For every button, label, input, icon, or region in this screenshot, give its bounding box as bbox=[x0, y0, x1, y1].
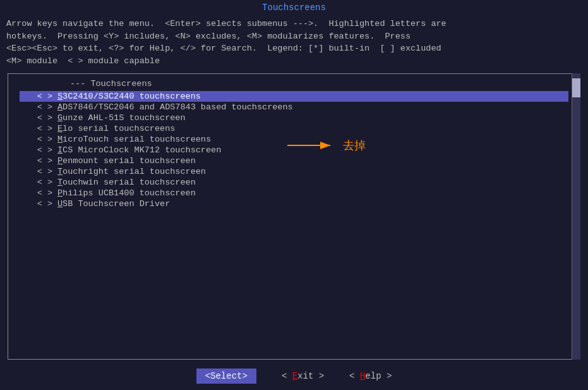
hotkey-letter: P bbox=[57, 156, 63, 166]
hotkey-letter: A bbox=[57, 102, 63, 112]
item-label: ICS MicroClock MK712 touchscreen bbox=[57, 145, 568, 155]
menu-item[interactable]: < > Elo serial touchscreens bbox=[20, 123, 568, 134]
menu-item[interactable]: < > Gunze AHL-51S touchscreen bbox=[20, 113, 568, 123]
scrollbar-thumb[interactable] bbox=[572, 78, 580, 97]
item-label: Touchwin serial touchscreen bbox=[57, 178, 568, 187]
hotkey-letter: M bbox=[57, 135, 63, 144]
bottom-bar: <Select> < Exit > < Help > bbox=[0, 363, 588, 390]
item-indicator: < > bbox=[20, 124, 57, 133]
menu-item[interactable]: < > Penmount serial touchscreen bbox=[20, 155, 568, 166]
menu-item[interactable]: < > Philips UCB1400 touchscreen bbox=[20, 188, 568, 198]
menu-item[interactable]: < > ICS MicroClock MK712 touchscreen bbox=[20, 145, 568, 155]
item-label: MicroTouch serial touchscreens bbox=[57, 135, 568, 144]
select-button[interactable]: <Select> bbox=[196, 369, 256, 384]
hotkey-letter: P bbox=[57, 188, 63, 198]
menu-item[interactable]: < > S3C2410/S3C2440 touchscreens bbox=[20, 91, 568, 102]
menu-item[interactable]: < > Touchright serial touchscreen bbox=[20, 166, 568, 177]
menu-item[interactable]: < > ADS7846/TSC2046 and ADS7843 based to… bbox=[20, 102, 568, 113]
item-label: S3C2410/S3C2440 touchscreens bbox=[57, 92, 568, 101]
hotkey-letter: G bbox=[57, 113, 63, 123]
item-indicator: < > bbox=[20, 102, 57, 112]
menu-item[interactable]: < > Touchwin serial touchscreen bbox=[20, 177, 568, 188]
help-button[interactable]: < Help > bbox=[349, 371, 392, 381]
window-title: Touchscreens bbox=[262, 3, 326, 13]
item-indicator: < > bbox=[20, 92, 57, 101]
info-area: Arrow keys navigate the menu. <Enter> se… bbox=[0, 14, 588, 70]
item-label: Gunze AHL-51S touchscreen bbox=[57, 113, 568, 123]
item-label: Touchright serial touchscreen bbox=[57, 167, 568, 176]
item-indicator: < > bbox=[20, 188, 57, 198]
hotkey-letter: T bbox=[57, 178, 63, 187]
item-indicator: < > bbox=[20, 113, 57, 123]
scrollbar[interactable] bbox=[572, 73, 580, 360]
menu-title: --- Touchscreens bbox=[20, 74, 568, 91]
item-indicator: < > bbox=[20, 167, 57, 176]
menu-item[interactable]: < > MicroTouch serial touchscreens bbox=[20, 134, 568, 145]
hotkey-letter: S bbox=[57, 92, 63, 101]
hotkey-letter: I bbox=[57, 145, 63, 155]
item-indicator: < > bbox=[20, 135, 57, 144]
exit-button[interactable]: < Exit > bbox=[282, 371, 324, 381]
title-bar: Touchscreens bbox=[0, 0, 588, 14]
help-hotkey: H bbox=[360, 371, 365, 381]
select-label: <Select> bbox=[205, 371, 248, 381]
menu-panel: --- Touchscreens < > S3C2410/S3C2440 tou… bbox=[8, 73, 580, 360]
menu-item[interactable]: < > USB Touchscreen Driver bbox=[20, 198, 568, 209]
item-label: Philips UCB1400 touchscreen bbox=[57, 188, 568, 198]
hotkey-letter: T bbox=[57, 167, 63, 176]
item-label: USB Touchscreen Driver bbox=[57, 199, 568, 209]
exit-hotkey: E bbox=[292, 371, 297, 381]
hotkey-letter: E bbox=[57, 124, 63, 133]
item-label: Elo serial touchscreens bbox=[57, 124, 568, 133]
item-indicator: < > bbox=[20, 156, 57, 166]
item-label: Penmount serial touchscreen bbox=[57, 156, 568, 166]
item-indicator: < > bbox=[20, 145, 57, 155]
item-indicator: < > bbox=[20, 178, 57, 187]
hotkey-letter: U bbox=[57, 199, 63, 209]
item-label: ADS7846/TSC2046 and ADS7843 based touchs… bbox=[57, 102, 568, 112]
item-indicator: < > bbox=[20, 199, 57, 209]
